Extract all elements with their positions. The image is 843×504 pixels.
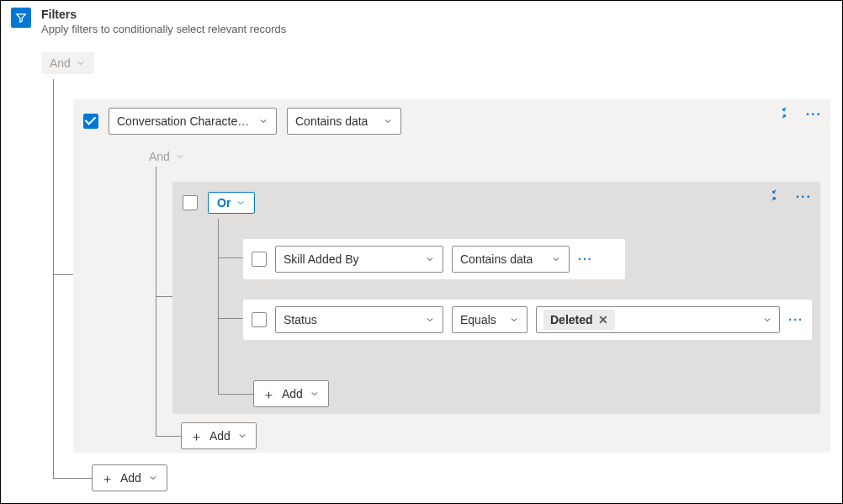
more-actions-button[interactable]: ··· xyxy=(796,189,812,204)
chevron-down-icon xyxy=(551,254,561,264)
value-select[interactable]: Deleted ✕ xyxy=(536,306,780,333)
value-tag: Deleted ✕ xyxy=(543,310,615,330)
operator-select-label: Equals xyxy=(460,313,496,326)
sub-operator[interactable]: And xyxy=(149,150,185,163)
chevron-down-icon xyxy=(237,431,247,441)
chevron-down-icon xyxy=(175,151,185,162)
chevron-down-icon xyxy=(425,315,435,325)
value-tag-label: Deleted xyxy=(550,313,593,326)
operator-select-label: Contains data xyxy=(460,252,533,266)
collapse-icon[interactable] xyxy=(767,188,781,204)
add-button[interactable]: ＋ Add xyxy=(253,380,329,407)
group-operator[interactable]: Or xyxy=(208,192,255,214)
add-button[interactable]: ＋ Add xyxy=(92,464,167,491)
remove-tag-icon[interactable]: ✕ xyxy=(598,314,608,326)
condition-select-label: Contains data xyxy=(295,114,368,128)
row-checkbox[interactable] xyxy=(252,252,267,267)
field-select-label: Status xyxy=(284,313,317,326)
sub-operator-label: And xyxy=(149,150,170,163)
group-checkbox[interactable] xyxy=(83,114,98,129)
row-checkbox[interactable] xyxy=(252,312,267,327)
chevron-down-icon xyxy=(76,58,86,68)
chevron-down-icon xyxy=(310,389,320,399)
field-select[interactable]: Status xyxy=(275,306,443,333)
chevron-down-icon xyxy=(148,473,158,483)
row-more-actions[interactable]: ··· xyxy=(788,313,803,326)
page-subtitle: Apply filters to conditionally select re… xyxy=(41,23,286,35)
chevron-down-icon xyxy=(258,116,268,126)
more-actions-button[interactable]: ··· xyxy=(806,107,822,122)
root-operator[interactable]: And xyxy=(41,52,94,74)
condition-select[interactable]: Contains data xyxy=(287,108,401,135)
operator-select[interactable]: Contains data xyxy=(452,246,570,273)
chevron-down-icon xyxy=(509,315,519,325)
chevron-down-icon xyxy=(425,254,435,264)
chevron-down-icon xyxy=(236,198,246,208)
plus-icon: ＋ xyxy=(262,388,275,401)
field-select[interactable]: Skill Added By xyxy=(275,246,443,273)
add-button[interactable]: ＋ Add xyxy=(181,422,257,449)
chevron-down-icon xyxy=(762,315,772,325)
group-checkbox[interactable] xyxy=(183,195,198,210)
add-button-label: Add xyxy=(120,471,141,485)
entity-select-label: Conversation Characte… xyxy=(117,114,249,128)
entity-select[interactable]: Conversation Characte… xyxy=(109,108,277,135)
collapse-icon[interactable] xyxy=(777,106,791,122)
filter-icon xyxy=(11,8,31,28)
plus-icon: ＋ xyxy=(190,430,203,443)
row-more-actions[interactable]: ··· xyxy=(578,252,593,266)
page-title: Filters xyxy=(41,8,286,21)
root-operator-label: And xyxy=(50,56,71,70)
plus-icon: ＋ xyxy=(101,472,114,485)
chevron-down-icon xyxy=(383,116,393,126)
add-button-label: Add xyxy=(209,429,231,443)
operator-select[interactable]: Equals xyxy=(452,306,528,333)
field-select-label: Skill Added By xyxy=(284,252,359,266)
add-button-label: Add xyxy=(282,387,303,401)
group-operator-label: Or xyxy=(217,196,231,210)
